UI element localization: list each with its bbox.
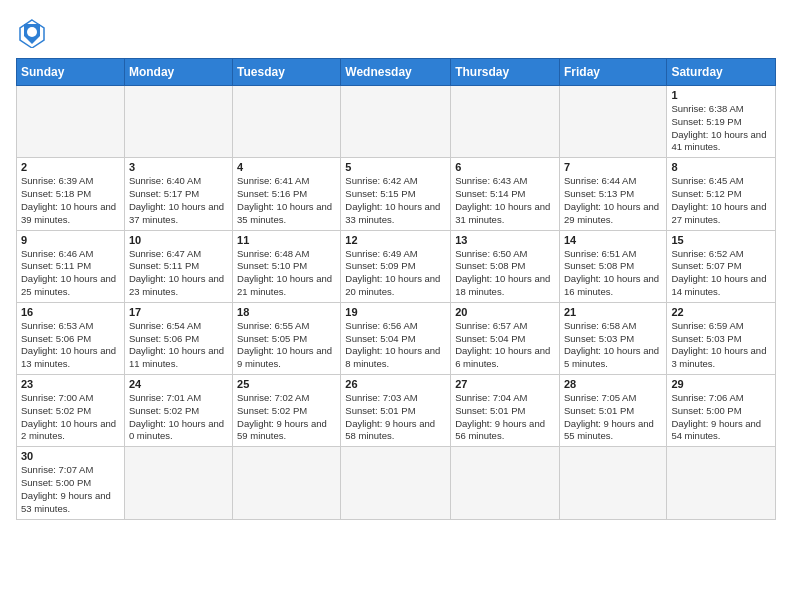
week-row-2: 9Sunrise: 6:46 AMSunset: 5:11 PMDaylight… [17, 230, 776, 302]
weekday-header-thursday: Thursday [451, 59, 560, 86]
logo-icon [16, 16, 48, 48]
day-number: 24 [129, 378, 228, 390]
weekday-header-friday: Friday [559, 59, 666, 86]
day-info: Sunrise: 6:39 AMSunset: 5:18 PMDaylight:… [21, 175, 120, 226]
day-info: Sunrise: 7:07 AMSunset: 5:00 PMDaylight:… [21, 464, 120, 515]
day-number: 19 [345, 306, 446, 318]
day-cell-empty [233, 86, 341, 158]
day-number: 1 [671, 89, 771, 101]
day-number: 7 [564, 161, 662, 173]
day-info: Sunrise: 6:46 AMSunset: 5:11 PMDaylight:… [21, 248, 120, 299]
day-cell-empty [17, 86, 125, 158]
weekday-header-monday: Monday [124, 59, 232, 86]
day-cell-3: 3Sunrise: 6:40 AMSunset: 5:17 PMDaylight… [124, 158, 232, 230]
day-info: Sunrise: 6:54 AMSunset: 5:06 PMDaylight:… [129, 320, 228, 371]
day-cell-5: 5Sunrise: 6:42 AMSunset: 5:15 PMDaylight… [341, 158, 451, 230]
day-cell-18: 18Sunrise: 6:55 AMSunset: 5:05 PMDayligh… [233, 302, 341, 374]
day-cell-4: 4Sunrise: 6:41 AMSunset: 5:16 PMDaylight… [233, 158, 341, 230]
day-cell-23: 23Sunrise: 7:00 AMSunset: 5:02 PMDayligh… [17, 375, 125, 447]
day-cell-19: 19Sunrise: 6:56 AMSunset: 5:04 PMDayligh… [341, 302, 451, 374]
day-number: 22 [671, 306, 771, 318]
day-cell-17: 17Sunrise: 6:54 AMSunset: 5:06 PMDayligh… [124, 302, 232, 374]
page: SundayMondayTuesdayWednesdayThursdayFrid… [0, 0, 792, 612]
header [16, 16, 776, 48]
day-info: Sunrise: 7:00 AMSunset: 5:02 PMDaylight:… [21, 392, 120, 443]
day-cell-30: 30Sunrise: 7:07 AMSunset: 5:00 PMDayligh… [17, 447, 125, 519]
weekday-header-saturday: Saturday [667, 59, 776, 86]
day-number: 12 [345, 234, 446, 246]
day-cell-1: 1Sunrise: 6:38 AMSunset: 5:19 PMDaylight… [667, 86, 776, 158]
day-number: 26 [345, 378, 446, 390]
day-info: Sunrise: 7:02 AMSunset: 5:02 PMDaylight:… [237, 392, 336, 443]
day-cell-13: 13Sunrise: 6:50 AMSunset: 5:08 PMDayligh… [451, 230, 560, 302]
day-info: Sunrise: 6:41 AMSunset: 5:16 PMDaylight:… [237, 175, 336, 226]
day-info: Sunrise: 6:59 AMSunset: 5:03 PMDaylight:… [671, 320, 771, 371]
day-info: Sunrise: 6:47 AMSunset: 5:11 PMDaylight:… [129, 248, 228, 299]
day-cell-empty [559, 447, 666, 519]
day-info: Sunrise: 6:58 AMSunset: 5:03 PMDaylight:… [564, 320, 662, 371]
day-cell-29: 29Sunrise: 7:06 AMSunset: 5:00 PMDayligh… [667, 375, 776, 447]
day-info: Sunrise: 7:05 AMSunset: 5:01 PMDaylight:… [564, 392, 662, 443]
day-number: 3 [129, 161, 228, 173]
day-number: 20 [455, 306, 555, 318]
day-cell-27: 27Sunrise: 7:04 AMSunset: 5:01 PMDayligh… [451, 375, 560, 447]
day-number: 8 [671, 161, 771, 173]
weekday-header-wednesday: Wednesday [341, 59, 451, 86]
day-cell-empty [451, 86, 560, 158]
day-info: Sunrise: 7:04 AMSunset: 5:01 PMDaylight:… [455, 392, 555, 443]
week-row-4: 23Sunrise: 7:00 AMSunset: 5:02 PMDayligh… [17, 375, 776, 447]
day-number: 30 [21, 450, 120, 462]
day-cell-empty [451, 447, 560, 519]
logo [16, 16, 52, 48]
week-row-0: 1Sunrise: 6:38 AMSunset: 5:19 PMDaylight… [17, 86, 776, 158]
day-cell-empty [233, 447, 341, 519]
day-info: Sunrise: 6:50 AMSunset: 5:08 PMDaylight:… [455, 248, 555, 299]
day-number: 21 [564, 306, 662, 318]
weekday-header-row: SundayMondayTuesdayWednesdayThursdayFrid… [17, 59, 776, 86]
day-cell-9: 9Sunrise: 6:46 AMSunset: 5:11 PMDaylight… [17, 230, 125, 302]
day-cell-10: 10Sunrise: 6:47 AMSunset: 5:11 PMDayligh… [124, 230, 232, 302]
day-number: 27 [455, 378, 555, 390]
day-number: 4 [237, 161, 336, 173]
day-number: 14 [564, 234, 662, 246]
day-info: Sunrise: 6:56 AMSunset: 5:04 PMDaylight:… [345, 320, 446, 371]
day-info: Sunrise: 7:03 AMSunset: 5:01 PMDaylight:… [345, 392, 446, 443]
day-info: Sunrise: 6:43 AMSunset: 5:14 PMDaylight:… [455, 175, 555, 226]
day-cell-2: 2Sunrise: 6:39 AMSunset: 5:18 PMDaylight… [17, 158, 125, 230]
day-cell-16: 16Sunrise: 6:53 AMSunset: 5:06 PMDayligh… [17, 302, 125, 374]
day-info: Sunrise: 7:06 AMSunset: 5:00 PMDaylight:… [671, 392, 771, 443]
day-cell-21: 21Sunrise: 6:58 AMSunset: 5:03 PMDayligh… [559, 302, 666, 374]
day-info: Sunrise: 6:42 AMSunset: 5:15 PMDaylight:… [345, 175, 446, 226]
day-info: Sunrise: 6:57 AMSunset: 5:04 PMDaylight:… [455, 320, 555, 371]
day-info: Sunrise: 6:53 AMSunset: 5:06 PMDaylight:… [21, 320, 120, 371]
day-cell-14: 14Sunrise: 6:51 AMSunset: 5:08 PMDayligh… [559, 230, 666, 302]
day-cell-11: 11Sunrise: 6:48 AMSunset: 5:10 PMDayligh… [233, 230, 341, 302]
week-row-5: 30Sunrise: 7:07 AMSunset: 5:00 PMDayligh… [17, 447, 776, 519]
day-info: Sunrise: 6:49 AMSunset: 5:09 PMDaylight:… [345, 248, 446, 299]
day-number: 25 [237, 378, 336, 390]
day-number: 11 [237, 234, 336, 246]
day-cell-26: 26Sunrise: 7:03 AMSunset: 5:01 PMDayligh… [341, 375, 451, 447]
svg-point-2 [27, 27, 37, 37]
day-number: 9 [21, 234, 120, 246]
weekday-header-sunday: Sunday [17, 59, 125, 86]
day-info: Sunrise: 6:48 AMSunset: 5:10 PMDaylight:… [237, 248, 336, 299]
day-cell-7: 7Sunrise: 6:44 AMSunset: 5:13 PMDaylight… [559, 158, 666, 230]
day-number: 16 [21, 306, 120, 318]
day-info: Sunrise: 6:51 AMSunset: 5:08 PMDaylight:… [564, 248, 662, 299]
calendar: SundayMondayTuesdayWednesdayThursdayFrid… [16, 58, 776, 520]
day-cell-empty [559, 86, 666, 158]
day-cell-empty [124, 86, 232, 158]
day-cell-20: 20Sunrise: 6:57 AMSunset: 5:04 PMDayligh… [451, 302, 560, 374]
week-row-1: 2Sunrise: 6:39 AMSunset: 5:18 PMDaylight… [17, 158, 776, 230]
day-number: 2 [21, 161, 120, 173]
day-cell-24: 24Sunrise: 7:01 AMSunset: 5:02 PMDayligh… [124, 375, 232, 447]
day-cell-28: 28Sunrise: 7:05 AMSunset: 5:01 PMDayligh… [559, 375, 666, 447]
day-info: Sunrise: 6:38 AMSunset: 5:19 PMDaylight:… [671, 103, 771, 154]
day-number: 28 [564, 378, 662, 390]
day-cell-8: 8Sunrise: 6:45 AMSunset: 5:12 PMDaylight… [667, 158, 776, 230]
day-number: 6 [455, 161, 555, 173]
day-info: Sunrise: 6:55 AMSunset: 5:05 PMDaylight:… [237, 320, 336, 371]
day-info: Sunrise: 6:52 AMSunset: 5:07 PMDaylight:… [671, 248, 771, 299]
day-cell-12: 12Sunrise: 6:49 AMSunset: 5:09 PMDayligh… [341, 230, 451, 302]
